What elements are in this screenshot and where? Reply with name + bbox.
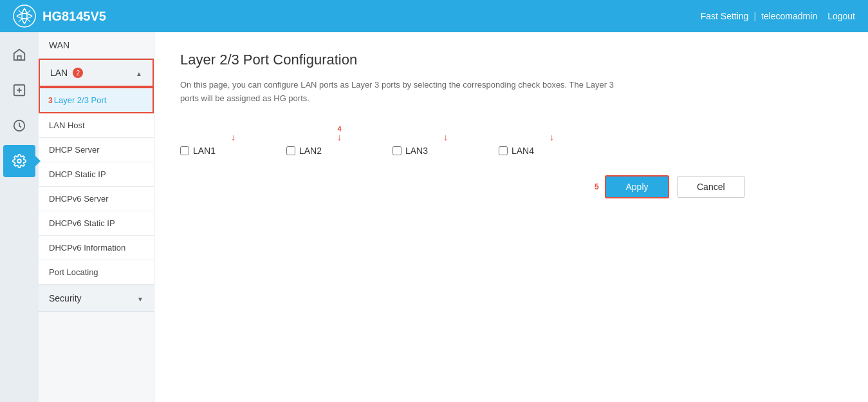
sidebar-icon-settings[interactable]: 1 (3, 145, 35, 177)
apply-wrapper: 5 Apply (605, 175, 669, 198)
annotations-row: ↓ 4 ↓ ↓ ↓ (180, 125, 842, 142)
sidebar-item-dhcpv6info[interactable]: DHCPv6 Information (39, 236, 154, 260)
svg-point-6 (17, 159, 21, 163)
logo: HG8145V5 (13, 5, 106, 28)
clock-icon (12, 119, 26, 133)
sidebar-item-dhcpv6server[interactable]: DHCPv6 Server (39, 187, 154, 211)
cancel-button[interactable]: Cancel (677, 176, 745, 198)
page-title: Layer 2/3 Port Configuration (180, 52, 842, 68)
gear-icon (12, 154, 26, 168)
arrow-lan3: ↓ (443, 133, 448, 142)
arrow-lan4: ↓ (549, 133, 554, 142)
arrow-lan2: ↓ (337, 133, 342, 142)
sidebar-icon-add[interactable] (3, 74, 35, 106)
security-label: Security (49, 293, 82, 303)
sidebar-item-dhcpserver[interactable]: DHCP Server (39, 138, 154, 162)
plus-icon (12, 83, 26, 97)
lan2-label: LAN2 (299, 146, 322, 156)
chevron-up-icon (136, 68, 142, 78)
chevron-down-icon (137, 293, 143, 303)
apply-button[interactable]: Apply (605, 175, 669, 198)
ann-lan2: 4 ↓ (286, 125, 392, 142)
sidebar-section-lan: LAN 2 3Layer 2/3 Port LAN Host DHCP Serv… (39, 59, 154, 285)
sidebar-icon-status[interactable] (3, 110, 35, 142)
port-item-lan4: LAN4 (499, 146, 605, 156)
svg-rect-1 (17, 56, 21, 60)
active-arrow (35, 156, 41, 166)
main-layout: 1 WAN LAN 2 3Layer 2/3 Port LAN Host DHC… (0, 32, 868, 402)
port-item-lan1: LAN1 (180, 146, 286, 156)
logout-link[interactable]: Logout (827, 11, 855, 21)
port-item-lan3: LAN3 (392, 146, 499, 156)
ann-lan3: ↓ (392, 133, 499, 142)
sidebar-item-lanhost[interactable]: LAN Host (39, 113, 154, 138)
page-description: On this page, you can configure LAN port… (180, 79, 631, 106)
lan4-label: LAN4 (512, 146, 534, 156)
lan3-checkbox[interactable] (392, 146, 402, 155)
logo-text: HG8145V5 (42, 9, 106, 24)
annotation-3: 3 (48, 96, 53, 105)
annotation-4-label2: 4 (337, 125, 341, 133)
port-row: LAN1 LAN2 LAN3 LAN4 (180, 146, 842, 156)
sidebar-lan-header[interactable]: LAN 2 (39, 59, 154, 87)
sidebar-section-security: Security (39, 285, 154, 312)
annotation-5: 5 (595, 182, 599, 191)
sidebar-item-portlocating[interactable]: Port Locating (39, 260, 154, 285)
lan3-label: LAN3 (405, 146, 428, 156)
sidebar-icon-home[interactable] (3, 39, 35, 71)
nav-divider: | (753, 11, 756, 21)
fast-setting-link[interactable]: Fast Setting (701, 11, 749, 21)
content-area: Layer 2/3 Port Configuration On this pag… (154, 32, 868, 402)
ann-lan4: ↓ (499, 133, 605, 142)
sidebar-item-dhcpstaticip[interactable]: DHCP Static IP (39, 162, 154, 187)
lan1-label: LAN1 (193, 146, 216, 156)
user-link[interactable]: telecomadmin (761, 11, 817, 21)
arrow-lan1: ↓ (231, 133, 235, 142)
sidebar-security-header[interactable]: Security (39, 285, 154, 311)
sidebar-item-layer23port[interactable]: 3Layer 2/3 Port (39, 87, 154, 113)
lan4-checkbox[interactable] (499, 146, 508, 155)
sidebar-item-dhcpv6staticip[interactable]: DHCPv6 Static IP (39, 211, 154, 236)
icon-sidebar: 1 (0, 32, 39, 402)
header-nav: Fast Setting | telecomadmin Logout (701, 11, 855, 21)
sub-sidebar: WAN LAN 2 3Layer 2/3 Port LAN Host DHCP … (39, 32, 154, 402)
header: HG8145V5 Fast Setting | telecomadmin Log… (0, 0, 868, 32)
lan1-checkbox[interactable] (180, 146, 189, 155)
lan-badge: 2 (73, 68, 83, 78)
button-row: 5 Apply Cancel (605, 175, 842, 198)
home-icon (12, 48, 26, 62)
layer23-label: Layer 2/3 Port (54, 95, 107, 105)
port-item-lan2: LAN2 (286, 146, 392, 156)
sidebar-item-wan[interactable]: WAN (39, 32, 154, 59)
ann-lan1: ↓ (180, 133, 286, 142)
lan-label: LAN (50, 68, 68, 78)
lan2-checkbox[interactable] (286, 146, 295, 155)
huawei-logo-icon (13, 5, 36, 28)
